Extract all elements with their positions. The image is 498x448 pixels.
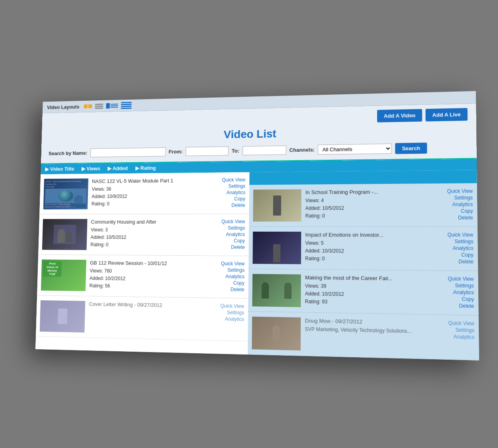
search-button[interactable]: Search: [395, 143, 427, 154]
copy-link[interactable]: Copy: [234, 196, 245, 202]
col-header-title[interactable]: ▶ Video Title: [45, 166, 74, 172]
video-info: GB 112 Review Session - 10/01/12 Views: …: [89, 260, 209, 293]
quick-view-link[interactable]: Quick View: [448, 320, 474, 326]
analytics-link[interactable]: Analytics: [226, 232, 245, 237]
video-actions: Quick View Settings Analytics Copy Delet…: [439, 276, 474, 310]
col-header-rating[interactable]: ▶ Rating: [135, 165, 156, 171]
quick-view-link[interactable]: Quick View: [221, 261, 245, 267]
video-info: Making the most of the Career Fair... Vi…: [305, 275, 435, 310]
copy-link[interactable]: Copy: [234, 238, 245, 244]
video-title: NASC 122 VL-5 Water Module Part 1: [92, 177, 210, 184]
col-header-added[interactable]: ▶ Added: [108, 165, 128, 171]
copy-link[interactable]: Copy: [461, 252, 474, 258]
from-date-input[interactable]: [186, 147, 229, 156]
video-title: Doug Mow - 09/27/2012: [305, 318, 435, 326]
video-info: Community Housing and After Views: 3 Add…: [90, 219, 210, 250]
settings-link[interactable]: Settings: [455, 283, 474, 289]
quick-view-link[interactable]: Quick View: [220, 303, 244, 309]
video-title: In School Training Program -...: [305, 188, 434, 195]
video-subtitle: SVP Marketing, Velocity Technology Solut…: [305, 326, 435, 336]
video-title: GB 112 Review Session - 10/01/12: [90, 260, 209, 267]
content-grid: NASC 123 Environmental ChemistrySection …: [35, 170, 479, 360]
video-actions: Quick View Settings Analytics Copy Delet…: [439, 188, 473, 222]
list-item: Cover Letter Writing - 09/27/2012 Quick …: [36, 295, 248, 341]
video-meta: Views: 3 Added: 10/5/2012 Rating: 0: [90, 226, 210, 249]
list-item: FirstClass of MoneyTVM GB 112 Review Ses…: [37, 255, 249, 299]
left-column: NASC 123 Environmental ChemistrySection …: [35, 172, 249, 354]
thumbnail-career: [252, 274, 301, 307]
layout-grid-icon[interactable]: [84, 104, 92, 108]
analytics-link[interactable]: Analytics: [453, 334, 474, 340]
thumbnail-doug: [252, 317, 301, 351]
right-header-bar: [249, 170, 477, 185]
video-actions: Quick View Settings Analytics Copy Delet…: [439, 232, 474, 266]
thumbnail-nasc: NASC 123 Environmental ChemistrySection …: [43, 178, 88, 209]
list-item: Doug Mow - 09/27/2012 SVP Marketing, Vel…: [248, 312, 479, 360]
channels-select[interactable]: All Channels: [318, 144, 392, 155]
analytics-link[interactable]: Analytics: [227, 190, 245, 195]
list-item: Impact of Emotions on Investor... Views:…: [249, 227, 478, 271]
quick-view-link[interactable]: Quick View: [221, 219, 245, 224]
analytics-link[interactable]: Analytics: [453, 245, 474, 251]
quick-view-link[interactable]: Quick View: [447, 188, 473, 194]
thumbnail-inschool: [253, 189, 301, 222]
content-area: NASC 123 Environmental ChemistrySection …: [35, 170, 479, 360]
video-info: Doug Mow - 09/27/2012 SVP Marketing, Vel…: [305, 318, 435, 354]
settings-link[interactable]: Settings: [227, 267, 245, 273]
search-name-input[interactable]: [90, 147, 166, 157]
settings-link[interactable]: Settings: [455, 238, 474, 244]
channels-label: Channels:: [289, 147, 314, 153]
video-title: Community Housing and After: [91, 219, 209, 225]
to-label: To:: [232, 148, 239, 154]
settings-link[interactable]: Settings: [228, 183, 245, 189]
copy-link[interactable]: Copy: [462, 296, 474, 302]
list-item: Making the most of the Career Fair... Vi…: [248, 269, 479, 316]
delete-link[interactable]: Delete: [231, 287, 245, 293]
settings-link[interactable]: Settings: [228, 225, 245, 231]
search-area: Search by Name: From: To: Channels: All …: [48, 141, 468, 162]
list-item: NASC 123 Environmental ChemistrySection …: [39, 172, 249, 214]
video-title: Making the most of the Career Fair...: [305, 275, 435, 282]
to-date-input[interactable]: [243, 146, 286, 155]
thumbnail-gb112: FirstClass of MoneyTVM: [41, 259, 86, 291]
settings-link[interactable]: Settings: [454, 195, 473, 201]
analytics-link[interactable]: Analytics: [452, 202, 473, 208]
copy-link[interactable]: Copy: [233, 280, 245, 286]
video-actions: Quick View Settings Analytics Copy Delet…: [212, 261, 245, 293]
delete-link[interactable]: Delete: [231, 202, 245, 208]
add-video-button[interactable]: Add A Video: [377, 109, 422, 122]
analytics-link[interactable]: Analytics: [225, 274, 245, 280]
video-info: Impact of Emotions on Investor... Views:…: [305, 232, 435, 265]
add-live-button[interactable]: Add A Live: [426, 108, 468, 122]
header-area: Add A Video Add A Live Video List Search…: [41, 104, 477, 164]
video-info: In School Training Program -... Views: 4…: [305, 188, 434, 222]
settings-link[interactable]: Settings: [227, 310, 244, 316]
delete-link[interactable]: Delete: [458, 215, 473, 221]
analytics-link[interactable]: Analytics: [453, 289, 474, 295]
delete-link[interactable]: Delete: [459, 259, 474, 265]
from-label: From:: [169, 149, 183, 155]
video-meta: Views: 5 Added: 10/3/2012 Rating: 0: [305, 239, 435, 264]
copy-link[interactable]: Copy: [461, 208, 473, 214]
layout-detail-icon[interactable]: [106, 103, 118, 108]
toolbar-label: Video Layouts: [47, 104, 80, 110]
analytics-link[interactable]: Analytics: [225, 316, 244, 322]
thumbnail-community: [42, 219, 88, 250]
video-actions: Quick View Settings Analytics Copy Delet…: [213, 219, 245, 251]
delete-link[interactable]: Delete: [231, 244, 245, 250]
layout-list-icon[interactable]: [95, 104, 103, 109]
thumbnail-impact: [253, 232, 301, 264]
layout-lines-icon[interactable]: [121, 102, 131, 109]
video-info: NASC 122 VL-5 Water Module Part 1 Views:…: [91, 177, 210, 210]
right-column: In School Training Program -... Views: 4…: [248, 170, 479, 360]
col-header-views[interactable]: ▶ Views: [82, 166, 100, 172]
quick-view-link[interactable]: Quick View: [448, 276, 474, 282]
delete-link[interactable]: Delete: [459, 303, 474, 309]
video-meta: Views: 39 Added: 10/2/2012 Rating: 93: [305, 282, 435, 308]
search-name-label: Search by Name:: [49, 150, 88, 157]
settings-link[interactable]: Settings: [455, 327, 474, 334]
video-meta: Views: 36 Added: 10/9/2012 Rating: 0: [91, 185, 210, 208]
quick-view-link[interactable]: Quick View: [222, 177, 246, 183]
video-actions: Quick View Settings Analytics: [439, 320, 475, 355]
quick-view-link[interactable]: Quick View: [447, 232, 473, 238]
